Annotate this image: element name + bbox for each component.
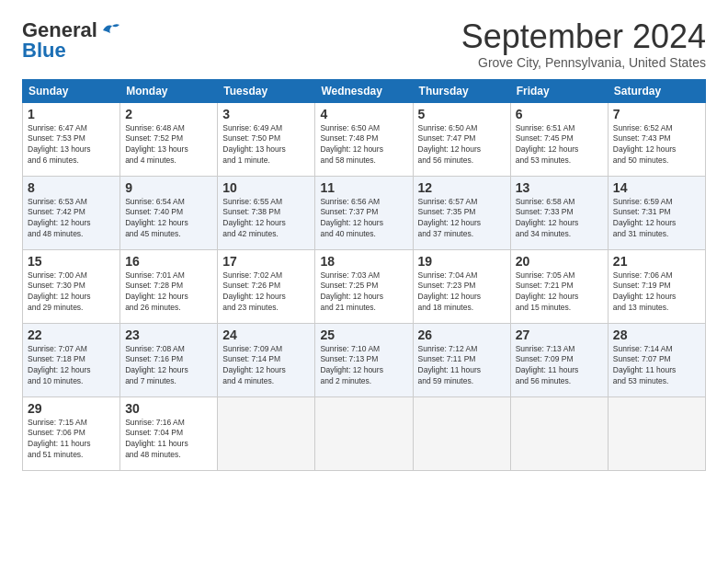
location-title: Grove City, Pennsylvania, United States bbox=[461, 55, 706, 70]
calendar-cell: 9Sunrise: 6:54 AM Sunset: 7:40 PM Daylig… bbox=[120, 176, 218, 249]
day-info: Sunrise: 7:10 AM Sunset: 7:13 PM Dayligh… bbox=[320, 344, 407, 388]
calendar-cell: 7Sunrise: 6:52 AM Sunset: 7:43 PM Daylig… bbox=[608, 102, 705, 176]
day-info: Sunrise: 6:54 AM Sunset: 7:40 PM Dayligh… bbox=[125, 197, 212, 241]
day-info: Sunrise: 6:51 AM Sunset: 7:45 PM Dayligh… bbox=[516, 123, 603, 167]
calendar-cell bbox=[510, 396, 608, 470]
day-number: 5 bbox=[418, 107, 506, 121]
column-header-friday: Friday bbox=[510, 79, 608, 102]
calendar-cell: 5Sunrise: 6:50 AM Sunset: 7:47 PM Daylig… bbox=[413, 102, 510, 176]
calendar-week-5: 29Sunrise: 7:15 AM Sunset: 7:06 PM Dayli… bbox=[23, 396, 706, 470]
day-number: 30 bbox=[125, 401, 212, 416]
day-info: Sunrise: 6:50 AM Sunset: 7:48 PM Dayligh… bbox=[320, 123, 407, 167]
day-header-row: SundayMondayTuesdayWednesdayThursdayFrid… bbox=[23, 79, 706, 102]
calendar-cell: 4Sunrise: 6:50 AM Sunset: 7:48 PM Daylig… bbox=[315, 102, 413, 176]
day-info: Sunrise: 6:47 AM Sunset: 7:53 PM Dayligh… bbox=[28, 123, 115, 167]
calendar-cell: 24Sunrise: 7:09 AM Sunset: 7:14 PM Dayli… bbox=[218, 323, 315, 396]
calendar-cell: 14Sunrise: 6:59 AM Sunset: 7:31 PM Dayli… bbox=[608, 176, 705, 249]
calendar-cell: 17Sunrise: 7:02 AM Sunset: 7:26 PM Dayli… bbox=[218, 249, 315, 323]
day-number: 10 bbox=[222, 180, 310, 195]
day-number: 21 bbox=[613, 254, 700, 269]
day-info: Sunrise: 7:07 AM Sunset: 7:18 PM Dayligh… bbox=[28, 344, 115, 388]
day-info: Sunrise: 7:05 AM Sunset: 7:21 PM Dayligh… bbox=[516, 270, 603, 315]
logo-blue: Blue bbox=[22, 39, 66, 63]
day-number: 19 bbox=[418, 254, 506, 269]
day-number: 22 bbox=[28, 327, 115, 342]
calendar-cell: 23Sunrise: 7:08 AM Sunset: 7:16 PM Dayli… bbox=[120, 323, 218, 396]
day-number: 16 bbox=[125, 254, 212, 269]
day-number: 27 bbox=[516, 327, 603, 342]
day-number: 2 bbox=[125, 107, 212, 121]
month-title: September 2024 bbox=[461, 18, 706, 55]
calendar-cell: 29Sunrise: 7:15 AM Sunset: 7:06 PM Dayli… bbox=[23, 396, 120, 470]
calendar-cell: 21Sunrise: 7:06 AM Sunset: 7:19 PM Dayli… bbox=[608, 249, 705, 323]
day-info: Sunrise: 7:02 AM Sunset: 7:26 PM Dayligh… bbox=[222, 270, 310, 315]
day-number: 6 bbox=[516, 107, 603, 121]
calendar-table: SundayMondayTuesdayWednesdayThursdayFrid… bbox=[22, 79, 706, 471]
calendar-cell: 10Sunrise: 6:55 AM Sunset: 7:38 PM Dayli… bbox=[218, 176, 315, 249]
calendar-week-1: 1Sunrise: 6:47 AM Sunset: 7:53 PM Daylig… bbox=[23, 102, 706, 176]
calendar-cell bbox=[413, 396, 510, 470]
day-info: Sunrise: 6:55 AM Sunset: 7:38 PM Dayligh… bbox=[222, 197, 310, 241]
day-number: 20 bbox=[516, 254, 603, 269]
day-info: Sunrise: 7:00 AM Sunset: 7:30 PM Dayligh… bbox=[28, 270, 115, 315]
calendar-cell: 22Sunrise: 7:07 AM Sunset: 7:18 PM Dayli… bbox=[23, 323, 120, 396]
column-header-wednesday: Wednesday bbox=[315, 79, 413, 102]
day-info: Sunrise: 7:06 AM Sunset: 7:19 PM Dayligh… bbox=[613, 270, 700, 315]
day-info: Sunrise: 7:12 AM Sunset: 7:11 PM Dayligh… bbox=[418, 344, 506, 388]
day-number: 15 bbox=[28, 254, 115, 269]
calendar-cell: 2Sunrise: 6:48 AM Sunset: 7:52 PM Daylig… bbox=[120, 102, 218, 176]
day-info: Sunrise: 6:57 AM Sunset: 7:35 PM Dayligh… bbox=[418, 197, 506, 241]
day-number: 12 bbox=[418, 180, 506, 195]
calendar-cell: 15Sunrise: 7:00 AM Sunset: 7:30 PM Dayli… bbox=[23, 249, 120, 323]
day-number: 7 bbox=[613, 107, 700, 121]
day-number: 1 bbox=[28, 107, 115, 121]
page-header: General Blue September 2024 Grove City, … bbox=[22, 18, 706, 70]
day-number: 11 bbox=[320, 180, 407, 195]
calendar-cell: 8Sunrise: 6:53 AM Sunset: 7:42 PM Daylig… bbox=[23, 176, 120, 249]
day-number: 13 bbox=[516, 180, 603, 195]
column-header-monday: Monday bbox=[120, 79, 218, 102]
calendar-cell: 11Sunrise: 6:56 AM Sunset: 7:37 PM Dayli… bbox=[315, 176, 413, 249]
column-header-thursday: Thursday bbox=[413, 79, 510, 102]
calendar-week-4: 22Sunrise: 7:07 AM Sunset: 7:18 PM Dayli… bbox=[23, 323, 706, 396]
day-info: Sunrise: 6:48 AM Sunset: 7:52 PM Dayligh… bbox=[125, 123, 212, 167]
day-number: 8 bbox=[28, 180, 115, 195]
day-number: 26 bbox=[418, 327, 506, 342]
day-info: Sunrise: 6:59 AM Sunset: 7:31 PM Dayligh… bbox=[613, 197, 700, 241]
day-number: 18 bbox=[320, 254, 407, 269]
column-header-sunday: Sunday bbox=[23, 79, 120, 102]
calendar-cell: 16Sunrise: 7:01 AM Sunset: 7:28 PM Dayli… bbox=[120, 249, 218, 323]
day-info: Sunrise: 7:01 AM Sunset: 7:28 PM Dayligh… bbox=[125, 270, 212, 315]
day-info: Sunrise: 6:58 AM Sunset: 7:33 PM Dayligh… bbox=[516, 197, 603, 241]
day-info: Sunrise: 6:49 AM Sunset: 7:50 PM Dayligh… bbox=[222, 123, 310, 167]
day-number: 4 bbox=[320, 107, 407, 121]
calendar-cell bbox=[315, 396, 413, 470]
calendar-cell: 1Sunrise: 6:47 AM Sunset: 7:53 PM Daylig… bbox=[23, 102, 120, 176]
day-number: 29 bbox=[28, 401, 115, 416]
calendar-title-area: September 2024 Grove City, Pennsylvania,… bbox=[461, 18, 706, 70]
day-info: Sunrise: 7:16 AM Sunset: 7:04 PM Dayligh… bbox=[125, 418, 212, 462]
day-info: Sunrise: 7:04 AM Sunset: 7:23 PM Dayligh… bbox=[418, 270, 506, 315]
calendar-cell: 13Sunrise: 6:58 AM Sunset: 7:33 PM Dayli… bbox=[510, 176, 608, 249]
logo-bird-icon bbox=[99, 22, 119, 39]
day-number: 3 bbox=[222, 107, 310, 121]
day-info: Sunrise: 7:08 AM Sunset: 7:16 PM Dayligh… bbox=[125, 344, 212, 388]
calendar-cell bbox=[218, 396, 315, 470]
day-info: Sunrise: 7:15 AM Sunset: 7:06 PM Dayligh… bbox=[28, 418, 115, 462]
day-number: 17 bbox=[222, 254, 310, 269]
calendar-week-3: 15Sunrise: 7:00 AM Sunset: 7:30 PM Dayli… bbox=[23, 249, 706, 323]
day-info: Sunrise: 6:53 AM Sunset: 7:42 PM Dayligh… bbox=[28, 197, 115, 241]
calendar-cell: 27Sunrise: 7:13 AM Sunset: 7:09 PM Dayli… bbox=[510, 323, 608, 396]
day-number: 24 bbox=[222, 327, 310, 342]
calendar-cell: 3Sunrise: 6:49 AM Sunset: 7:50 PM Daylig… bbox=[218, 102, 315, 176]
column-header-tuesday: Tuesday bbox=[218, 79, 315, 102]
day-info: Sunrise: 7:09 AM Sunset: 7:14 PM Dayligh… bbox=[222, 344, 310, 388]
day-number: 14 bbox=[613, 180, 700, 195]
logo: General Blue bbox=[22, 18, 119, 63]
calendar-cell: 18Sunrise: 7:03 AM Sunset: 7:25 PM Dayli… bbox=[315, 249, 413, 323]
day-info: Sunrise: 6:50 AM Sunset: 7:47 PM Dayligh… bbox=[418, 123, 506, 167]
column-header-saturday: Saturday bbox=[608, 79, 705, 102]
calendar-cell: 19Sunrise: 7:04 AM Sunset: 7:23 PM Dayli… bbox=[413, 249, 510, 323]
calendar-cell: 20Sunrise: 7:05 AM Sunset: 7:21 PM Dayli… bbox=[510, 249, 608, 323]
calendar-cell: 28Sunrise: 7:14 AM Sunset: 7:07 PM Dayli… bbox=[608, 323, 705, 396]
